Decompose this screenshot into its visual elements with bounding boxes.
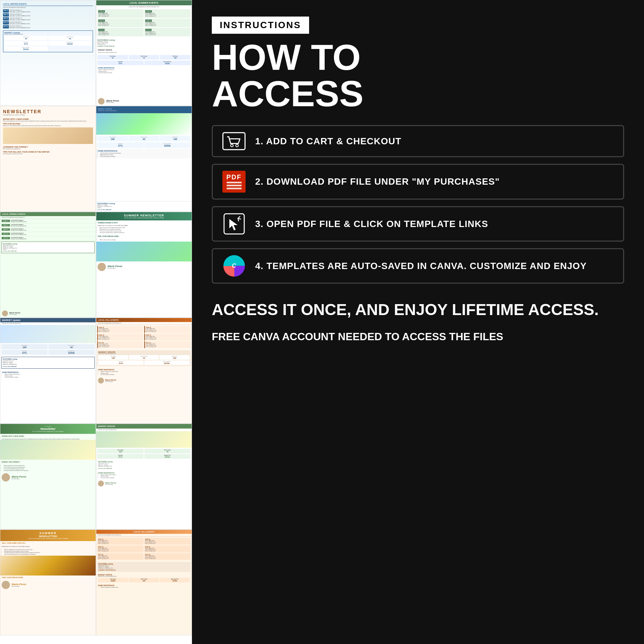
step-4-label: 4. TEMPLATES ARE AUTO-SAVED IN CANVA. CU… bbox=[255, 260, 587, 272]
pdf-icon: PDF bbox=[222, 171, 246, 193]
left-panel: LOCAL WINTER EVENTS JOIN US IN THE SEASO… bbox=[0, 0, 192, 644]
canva-icon: C bbox=[223, 255, 245, 277]
thumb-summer-newsletter: SUMMER NEWSLETTER YOUR LOCAL REAL ESTATE… bbox=[96, 212, 192, 318]
thumb-fall-local: LOCAL FALL EVENTS JOIN IN ON THE SEASONA… bbox=[96, 529, 192, 635]
step-4-box: C 4. TEMPLATES ARE AUTO-SAVED IN CANVA. … bbox=[212, 248, 624, 284]
step-3-box: 3. OPEN PDF FILE & CLICK ON TEMPLATE LIN… bbox=[212, 206, 624, 242]
lifetime-access-text: ACCESS IT ONCE, AND ENJOY LIFETIME ACCES… bbox=[212, 300, 624, 319]
svg-point-2 bbox=[236, 144, 238, 147]
thumb-market-btm: MARKET Update SERVING THE LOCAL NEIGHBOR… bbox=[96, 424, 192, 529]
thumb-summer-events: LOCAL SUMMER EVENTS JOIN US IN THE SEASO… bbox=[96, 0, 192, 106]
cart-icon bbox=[222, 132, 246, 150]
thumbnail-grid: LOCAL WINTER EVENTS JOIN US IN THE SEASO… bbox=[0, 0, 192, 644]
cursor-icon bbox=[223, 213, 245, 235]
thumb-winter-events: LOCAL WINTER EVENTS JOIN US IN THE SEASO… bbox=[0, 0, 96, 106]
step-1-icon-area bbox=[221, 132, 247, 150]
step-2-label: 2. DOWNLOAD PDF FILE UNDER "MY PURCHASES… bbox=[255, 176, 500, 187]
thumb-spring-events: LOCAL SPRING EVENTS JOIN US IN THE SEASO… bbox=[0, 212, 96, 318]
step-1-label: 1. ADD TO CART & CHECKOUT bbox=[255, 136, 401, 147]
step-4-icon-area: C bbox=[221, 255, 247, 277]
thumb-newsletter: NEWSLETTER NEIGHBORHOOD: LATEST UPDATE E… bbox=[0, 106, 96, 212]
step-2-icon-area: PDF bbox=[221, 171, 247, 193]
canva-notice-text: FREE CANVA ACCOUNT NEEDED TO ACCESS THE … bbox=[212, 329, 624, 344]
thumb-fall-events: LOCAL FALL EVENTS JOIN IN ON THE SEASONA… bbox=[96, 318, 192, 424]
steps-container: 1. ADD TO CART & CHECKOUT PDF 2. DOWNLOA… bbox=[212, 125, 624, 284]
thumb-spring-nl: Spring Newsletter Your Local Real Estate… bbox=[0, 424, 96, 529]
step-1-box: 1. ADD TO CART & CHECKOUT bbox=[212, 125, 624, 157]
thumb-fall-nl: SUMMER NEWSLETTER YOUR LOCAL REAL ESTATE… bbox=[0, 529, 96, 635]
svg-point-1 bbox=[231, 144, 233, 147]
instructions-badge: INSTRUCTIONS bbox=[212, 17, 309, 34]
thumb-market-large: MARKET Update SERVING THE LOCAL NEIGHBOR… bbox=[96, 106, 192, 212]
svg-rect-0 bbox=[223, 133, 245, 150]
thumb-market-sm: MARKET Update SERVING THE LOCAL NEIGHBOR… bbox=[0, 318, 96, 424]
how-to-title: HOW TO ACCESS bbox=[212, 39, 624, 112]
step-3-icon-area bbox=[221, 213, 247, 235]
right-panel: INSTRUCTIONS HOW TO ACCESS 1. ADD TO CAR… bbox=[192, 0, 644, 644]
step-3-label: 3. OPEN PDF FILE & CLICK ON TEMPLATE LIN… bbox=[255, 218, 488, 230]
step-2-box: PDF 2. DOWNLOAD PDF FILE UNDER "MY PURCH… bbox=[212, 164, 624, 200]
